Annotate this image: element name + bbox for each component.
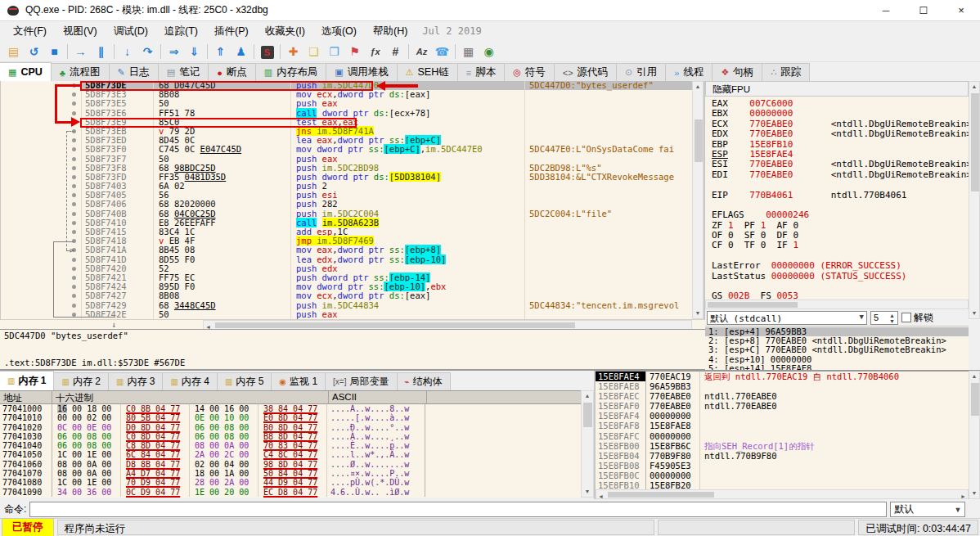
tab-cpu[interactable]: ▦CPU xyxy=(0,62,52,81)
menu-item-0[interactable]: 文件(F) xyxy=(5,23,55,39)
register-row[interactable]: CF 0 TF 0 IF 1 xyxy=(712,241,969,250)
argument-row[interactable]: 3: [esp+C] 770EABE0 <ntdll.DbgUiRemoteBr… xyxy=(705,345,969,354)
scroll-down-arrow[interactable]: ▼ xyxy=(582,487,593,497)
disasm-row[interactable]: 5D8F742968 3448C45Dpush im.5DC448345DC44… xyxy=(1,301,692,310)
scroll-down-arrow[interactable]: ▼ xyxy=(693,309,703,318)
registers-panel[interactable]: EAX 007C6000EBX 00000000ECX 770EABE0 <nt… xyxy=(705,97,969,300)
globe-icon[interactable]: ◉ xyxy=(479,43,499,61)
breakpoint-dot[interactable] xyxy=(72,166,76,170)
registers-scrollbar[interactable]: ▲ ▼ xyxy=(969,81,980,319)
modem-icon[interactable]: ☎ xyxy=(432,43,452,61)
tab-trace[interactable]: ∴跟踪 xyxy=(762,63,810,81)
scroll-right-arrow[interactable]: ► xyxy=(960,492,966,500)
tab-references[interactable]: ⊙引用 xyxy=(616,63,666,81)
breakpoint-dot[interactable] xyxy=(72,147,76,151)
register-row[interactable]: GS 002B FS 0053 xyxy=(712,291,969,300)
pause-icon[interactable]: ∥ xyxy=(91,43,111,61)
breakpoint-dot[interactable] xyxy=(72,276,76,280)
breakpoint-dot[interactable] xyxy=(72,101,76,106)
calculator-icon[interactable]: ▦ xyxy=(458,43,479,61)
register-row[interactable]: LastStatus 00000000 (STATUS_SUCCESS) xyxy=(712,272,969,282)
unlock-checkbox[interactable] xyxy=(901,313,911,322)
tab-log[interactable]: ✎日志 xyxy=(109,63,159,81)
scroll-down-arrow[interactable]: ▼ xyxy=(969,309,979,318)
scroll-down-arrow[interactable]: ▼ xyxy=(969,489,979,498)
command-input[interactable] xyxy=(29,502,887,517)
breakpoint-dot[interactable] xyxy=(72,138,76,142)
registers-hscrollbar[interactable] xyxy=(705,300,969,309)
tab-symbols[interactable]: ◎符号 xyxy=(504,63,555,81)
arguments-panel[interactable]: 1: [esp+4] 96A59BB32: [esp+8] 770EABE0 <… xyxy=(705,326,969,372)
menu-item-3[interactable]: 追踪(T) xyxy=(156,23,206,39)
stack-row[interactable]: 15E8FB0C00000000 xyxy=(596,471,969,480)
run-to-user-code-icon[interactable]: ⇒ xyxy=(164,43,184,61)
unlock-checkbox-group[interactable]: 解锁 xyxy=(901,311,933,325)
stack-row[interactable]: 15E8FAF815E8FAE8 xyxy=(596,421,969,430)
stack-row[interactable]: 15E8FAFC00000000 xyxy=(596,431,969,441)
breakpoint-dot[interactable] xyxy=(72,313,76,317)
stack-row[interactable]: 15E8FB04770B9F80ntdll.770B9F80 xyxy=(596,451,969,461)
minimize-button[interactable]: ─ xyxy=(867,0,905,21)
tab-struct[interactable]: ⌁结构体 xyxy=(397,372,451,390)
breakpoint-dot[interactable] xyxy=(72,230,76,234)
menu-item-2[interactable]: 调试(D) xyxy=(106,23,156,39)
calling-convention-select[interactable]: 默认 (stdcall) ▼ xyxy=(707,311,867,325)
tab-breakpoints[interactable]: ●断点 xyxy=(208,63,256,81)
breakpoint-dot[interactable] xyxy=(72,267,76,271)
tab-locals[interactable]: [x=]局部变量 xyxy=(325,372,397,390)
tab-dump-4[interactable]: ▥内存 4 xyxy=(162,372,217,390)
labels-icon[interactable]: ❐ xyxy=(324,43,344,61)
breakpoint-dot[interactable] xyxy=(72,285,76,289)
scroll-up-arrow[interactable]: ▲ xyxy=(693,82,703,92)
dump-row[interactable]: 770410501C 00 1E 006C 84 04 772A 00 2C 0… xyxy=(0,450,581,459)
dump-selected-byte[interactable]: 16 xyxy=(57,404,67,413)
tab-graph[interactable]: ♣流程图 xyxy=(51,63,110,81)
breakpoint-dot[interactable] xyxy=(72,212,76,216)
stack-row[interactable]: 15E8FB08F45905E3 xyxy=(596,461,969,471)
dump-row[interactable]: 7704104006 00 08 00C8 8D 04 7708 00 0A 0… xyxy=(0,441,581,450)
dump-row[interactable]: 7704101000 00 02 0080 5B 04 770E 00 10 0… xyxy=(0,413,581,422)
run-to-user-icon[interactable]: ♟ xyxy=(231,43,251,61)
stack-row[interactable]: 15E8FAE4770EAC19返回到 ntdll.770EAC19 自 ntd… xyxy=(596,372,969,381)
stop-icon[interactable]: ■ xyxy=(44,43,65,61)
stack-row[interactable]: 15E8FAF0770EABE0ntdll.770EABE0 xyxy=(596,401,969,411)
menu-item-1[interactable]: 视图(V) xyxy=(55,23,106,39)
tab-seh[interactable]: ⚠SEH链 xyxy=(397,63,458,81)
register-row[interactable]: EDI 770EABE0 <ntdll.DbgUiRemoteBreakin> xyxy=(712,170,969,180)
tab-call-stack[interactable]: ▣调用堆栈 xyxy=(326,63,397,81)
menu-item-4[interactable]: 插件(P) xyxy=(206,23,257,39)
scroll-thumb[interactable] xyxy=(583,403,592,427)
menu-item-5[interactable]: 收藏夹(I) xyxy=(257,23,313,39)
maximize-button[interactable]: ☐ xyxy=(905,0,942,21)
scroll-thumb[interactable] xyxy=(708,302,798,308)
scroll-thumb[interactable] xyxy=(215,322,575,328)
stack-hscrollbar[interactable]: ◄ ► xyxy=(596,489,969,499)
execute-till-return-icon[interactable]: ⇑ xyxy=(210,43,231,61)
patches-icon[interactable]: ✚ xyxy=(283,43,303,61)
breakpoint-dot[interactable] xyxy=(72,304,76,308)
step-over-icon[interactable]: ↷ xyxy=(137,43,158,61)
open-file-icon[interactable]: ▤ xyxy=(3,43,24,61)
tab-threads[interactable]: »线程 xyxy=(665,63,713,81)
step-into-icon[interactable]: ↓ xyxy=(117,43,137,61)
scroll-up-arrow[interactable]: ▲ xyxy=(969,372,979,381)
breakpoint-dot[interactable] xyxy=(72,258,76,262)
tab-notes[interactable]: ▤笔记 xyxy=(158,63,209,81)
disasm-scrollbar[interactable]: ▲ ▼ xyxy=(692,81,704,319)
stack-row[interactable]: 15E8FAEC770EABE0ntdll.770EABE0 xyxy=(596,391,969,401)
disasm-row[interactable]: 5D8F742E50push eax xyxy=(1,310,692,319)
dump-row[interactable]: 7704106008 00 0A 00D8 8B 04 7702 00 04 0… xyxy=(0,460,581,469)
scroll-thumb[interactable] xyxy=(971,383,979,416)
tab-script[interactable]: ≡脚本 xyxy=(457,63,505,81)
breakpoint-dot[interactable] xyxy=(72,193,76,197)
disassembly-panel[interactable]: 5D8F73DE68 D047C45Dpush im.5DC447D05DC44… xyxy=(0,81,692,319)
command-syntax-select[interactable]: 默认 ▼ xyxy=(890,502,965,517)
dump-row[interactable]: 7704100016 00 18 00C0 8B 04 7714 00 16 0… xyxy=(0,404,581,413)
arg-count-stepper[interactable]: 5 ▲▼ xyxy=(870,311,898,325)
tab-memory-map[interactable]: ▥内存布局 xyxy=(255,63,326,81)
disasm-row[interactable]: 5D8F73F0C745 0C E047C45Dmov dword ptr ss… xyxy=(1,145,692,154)
tab-dump-1[interactable]: ▥内存 1 xyxy=(0,371,54,390)
comments-icon[interactable]: ❏ xyxy=(303,43,324,61)
breakpoint-dot[interactable] xyxy=(72,175,76,179)
tab-dump-2[interactable]: ▥内存 2 xyxy=(53,372,108,390)
